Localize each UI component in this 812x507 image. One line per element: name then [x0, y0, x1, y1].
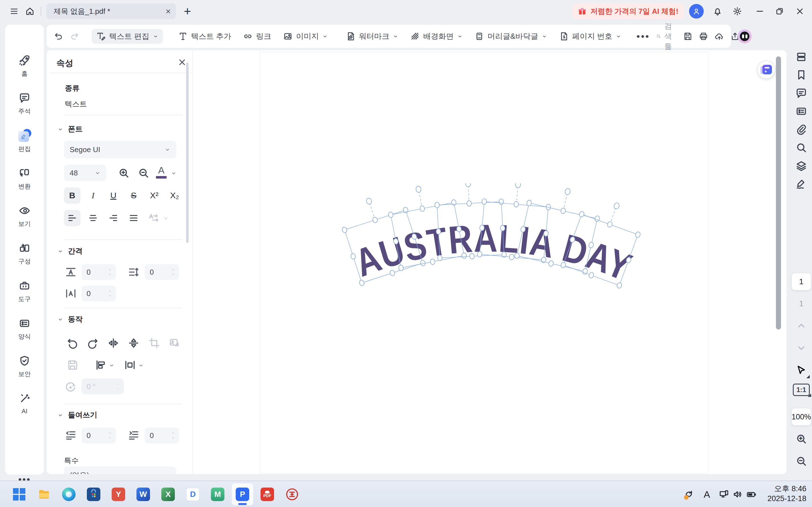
- panel-close-icon[interactable]: [177, 57, 187, 67]
- stepper[interactable]: [170, 432, 175, 439]
- sidebar-item-forms[interactable]: 양식: [5, 317, 44, 341]
- sidebar-item-home[interactable]: 홈: [5, 54, 44, 78]
- sidebar-item-protect[interactable]: 보안: [5, 355, 44, 378]
- update-tray-icon[interactable]: [683, 489, 694, 500]
- home-button[interactable]: [22, 3, 38, 19]
- document-tab[interactable]: 제목 없음_1.pdf * ×: [46, 3, 176, 19]
- minimize-button[interactable]: [753, 0, 766, 22]
- next-page-icon[interactable]: [795, 342, 808, 354]
- zoom-out-icon[interactable]: [795, 455, 808, 467]
- replace-image-icon[interactable]: [168, 337, 181, 349]
- ai-trial-banner[interactable]: 저렴한 가격의 7일 AI 체험!: [572, 3, 684, 19]
- cloud-upload-button[interactable]: [714, 32, 724, 41]
- flip-vertical-icon[interactable]: [128, 337, 140, 349]
- comments-icon[interactable]: [795, 87, 808, 100]
- document-scrollbar[interactable]: [776, 56, 781, 330]
- app-y-button[interactable]: Y: [112, 488, 125, 501]
- align-left-button[interactable]: [64, 210, 80, 226]
- redo-button[interactable]: [70, 32, 79, 41]
- sidebar-item-view[interactable]: 보기: [5, 205, 44, 228]
- word-button[interactable]: W: [137, 488, 150, 501]
- background-button[interactable]: 배경화면: [407, 29, 465, 44]
- indent-right-input[interactable]: 0: [145, 428, 179, 443]
- zoom-in-icon[interactable]: [795, 433, 808, 445]
- ms-store-button[interactable]: [87, 488, 100, 501]
- attachments-icon[interactable]: [795, 123, 808, 136]
- floating-ai-button[interactable]: ✦: [757, 60, 776, 79]
- new-tab-button[interactable]: +: [184, 5, 191, 17]
- bookmarks-icon[interactable]: [795, 69, 808, 81]
- search-tool-button[interactable]: 검색 툴: [656, 21, 677, 52]
- pdfelement-button[interactable]: P: [236, 488, 249, 501]
- panel-scrollbar[interactable]: [186, 62, 189, 243]
- flip-horizontal-icon[interactable]: [107, 337, 119, 349]
- app-m-button[interactable]: M: [211, 488, 224, 501]
- indent-section-header[interactable]: 들여쓰기: [57, 410, 97, 420]
- sidebar-item-comment[interactable]: 주석: [5, 92, 44, 115]
- stepper[interactable]: [107, 290, 112, 297]
- sidebar-item-tools[interactable]: 도구: [5, 280, 44, 303]
- actions-section-header[interactable]: 동작: [57, 314, 83, 324]
- stepper[interactable]: [170, 268, 175, 276]
- underline-button[interactable]: U: [105, 187, 121, 204]
- image-button[interactable]: 이미지: [280, 29, 331, 44]
- page-number-button[interactable]: 페이지 번호: [556, 29, 624, 44]
- chevron-down-icon[interactable]: [170, 170, 177, 176]
- spacing-section-header[interactable]: 간격: [57, 246, 83, 256]
- bold-button[interactable]: B: [64, 187, 80, 204]
- sidebar-item-edit[interactable]: 편집: [5, 129, 44, 153]
- italic-button[interactable]: I: [85, 187, 101, 204]
- decrease-font-icon[interactable]: [137, 167, 150, 179]
- layers-icon[interactable]: [795, 160, 808, 172]
- align-right-button[interactable]: [105, 210, 121, 226]
- app-d-button[interactable]: D: [186, 488, 200, 501]
- actual-size-button[interactable]: 1:1: [793, 384, 810, 396]
- print-button[interactable]: [699, 32, 708, 41]
- indent-left-input[interactable]: 0: [82, 428, 116, 443]
- restore-button[interactable]: [773, 0, 786, 22]
- stepper[interactable]: [107, 268, 112, 276]
- increase-font-icon[interactable]: [117, 167, 130, 179]
- font-color-button[interactable]: A: [155, 165, 167, 180]
- form-fields-icon[interactable]: [795, 105, 808, 117]
- save-button[interactable]: [683, 32, 693, 41]
- watermark-button[interactable]: 워터마크: [343, 29, 401, 44]
- undo-button[interactable]: [54, 32, 63, 41]
- font-size-select[interactable]: 48: [64, 165, 106, 181]
- crop-icon[interactable]: [148, 337, 160, 349]
- zoom-level-display[interactable]: 100%: [792, 408, 811, 425]
- excel-button[interactable]: X: [161, 488, 175, 501]
- clock[interactable]: 오후 8:46 2025-12-18: [744, 484, 806, 504]
- font-family-select[interactable]: Segoe UI: [64, 141, 176, 158]
- edge-browser-button[interactable]: [62, 488, 75, 501]
- search-icon[interactable]: [795, 142, 808, 154]
- ai-robot-button[interactable]: [738, 29, 752, 43]
- align-objects-icon[interactable]: [94, 359, 107, 371]
- account-avatar[interactable]: [689, 4, 704, 18]
- pdf-reader-button[interactable]: PDF: [260, 488, 274, 501]
- save-extract-icon[interactable]: [66, 359, 79, 371]
- thumbnails-panel-icon[interactable]: [795, 51, 808, 63]
- add-text-button[interactable]: 텍스트 추가: [175, 29, 234, 44]
- font-section-header[interactable]: 폰트: [57, 124, 83, 134]
- file-explorer-button[interactable]: [37, 488, 51, 501]
- settings-button[interactable]: [731, 0, 744, 22]
- rotation-angle-input[interactable]: 0 °: [82, 379, 124, 394]
- volume-tray-icon[interactable]: [732, 489, 743, 500]
- chevron-down-icon[interactable]: [138, 362, 144, 369]
- pointer-tool-button[interactable]: [795, 364, 808, 377]
- chevron-down-icon[interactable]: [109, 362, 115, 369]
- stepper[interactable]: [107, 432, 112, 439]
- text-direction-icon[interactable]: [147, 212, 160, 224]
- arched-text-artwork[interactable]: AUSTRALIA DAY: [342, 183, 643, 307]
- icbc-button[interactable]: [285, 488, 299, 501]
- start-button[interactable]: [12, 488, 26, 501]
- close-button[interactable]: [794, 0, 806, 22]
- header-footer-button[interactable]: 머리글&바닥글: [472, 29, 550, 44]
- rotate-right-icon[interactable]: [87, 337, 99, 349]
- ime-indicator[interactable]: A: [702, 489, 712, 500]
- word-spacing-input[interactable]: 0: [82, 286, 116, 301]
- pdf-page[interactable]: AUSTRALIA DAY: [260, 52, 709, 473]
- sidebar-item-convert[interactable]: 변환: [5, 167, 44, 191]
- align-justify-button[interactable]: [125, 210, 142, 226]
